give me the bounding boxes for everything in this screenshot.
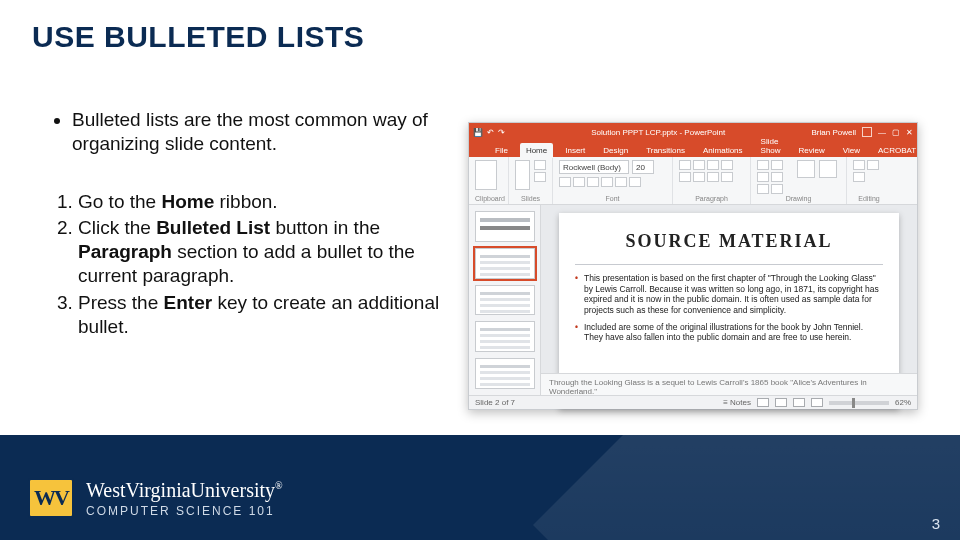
intro-bullet: Bulleted lists are the most common way o… <box>72 108 450 156</box>
normal-view-icon <box>757 398 769 407</box>
ribbon-options-icon <box>862 127 872 137</box>
tab-slideshow: Slide Show <box>755 134 787 158</box>
slide-title: USE BULLETED LISTS <box>32 20 364 54</box>
shape-icon <box>757 160 769 170</box>
tab-design: Design <box>597 143 634 158</box>
reading-view-icon <box>793 398 805 407</box>
work-area: SOURCE MATERIAL This presentation is bas… <box>469 205 917 395</box>
bold-icon <box>559 177 571 187</box>
bold: Bulleted List <box>156 217 270 238</box>
text: This presentation is based on the first … <box>584 273 883 316</box>
font-color-icon <box>629 177 641 187</box>
align-left-icon <box>679 172 691 182</box>
tab-view: View <box>837 143 866 158</box>
shadow-icon <box>601 177 613 187</box>
text: Press the <box>78 292 164 313</box>
align-right-icon <box>707 172 719 182</box>
thumbnail <box>475 358 535 389</box>
status-bar: Slide 2 of 7 ≡ Notes 62% <box>469 395 917 409</box>
thumbnail-selected <box>475 248 535 279</box>
university-name: WestVirginiaUniversity® <box>86 479 283 502</box>
shape-icon <box>771 160 783 170</box>
group-label: Clipboard <box>475 195 502 202</box>
group-drawing: Drawing <box>751 157 847 204</box>
zoom-slider <box>829 401 889 405</box>
columns-icon <box>721 172 733 182</box>
reset-icon <box>534 172 546 182</box>
tab-storyboarding: Storyboarding <box>928 143 960 158</box>
intro-list: Bulleted lists are the most common way o… <box>50 108 450 156</box>
step-1: Go to the Home ribbon. <box>78 190 450 214</box>
strike-icon <box>615 177 627 187</box>
group-label: Editing <box>853 195 885 202</box>
notes-pane: Through the Looking Glass is a sequel to… <box>541 373 917 395</box>
tab-acrobat: ACROBAT <box>872 143 922 158</box>
thumbnail <box>475 321 535 352</box>
select-icon <box>853 172 865 182</box>
text: ribbon. <box>214 191 277 212</box>
italic-icon <box>573 177 585 187</box>
arrange-icon <box>797 160 815 178</box>
shape-icon <box>771 184 783 194</box>
numbering-icon <box>693 160 705 170</box>
bold: Enter <box>164 292 213 313</box>
group-clipboard: Clipboard <box>469 157 509 204</box>
tab-review: Review <box>793 143 831 158</box>
text: Go to the <box>78 191 161 212</box>
sorter-view-icon <box>775 398 787 407</box>
group-label: Font <box>559 195 666 202</box>
group-label: Paragraph <box>679 195 744 202</box>
minimize-icon: — <box>878 128 886 137</box>
wvu-logo-icon: WV <box>28 478 74 518</box>
shape-icon <box>757 184 769 194</box>
slide-canvas: SOURCE MATERIAL This presentation is bas… <box>541 205 917 395</box>
text: button in the <box>270 217 380 238</box>
group-label: Slides <box>515 195 546 202</box>
powerpoint-screenshot: 💾 ↶ ↷ Solution PPPT LCP.pptx - PowerPoin… <box>468 122 918 410</box>
steps-list: Go to the Home ribbon. Click the Bullete… <box>50 190 450 340</box>
preview-bullet: This presentation is based on the first … <box>575 273 883 316</box>
user-name: Brian Powell <box>812 128 856 137</box>
zoom-level: 62% <box>895 398 911 407</box>
undo-icon: ↶ <box>487 128 494 137</box>
bold: Home <box>161 191 214 212</box>
group-font: Rockwell (Body) 20 Font <box>553 157 673 204</box>
footer-sheen <box>533 435 960 540</box>
bold: Paragraph <box>78 241 172 262</box>
tab-transitions: Transitions <box>640 143 691 158</box>
shape-icon <box>757 172 769 182</box>
replace-icon <box>867 160 879 170</box>
font-size-select: 20 <box>632 160 654 174</box>
quick-styles-icon <box>819 160 837 178</box>
step-3: Press the Enter key to create an additio… <box>78 291 450 340</box>
text: WestVirginia <box>86 479 191 501</box>
slide-body: Bulleted lists are the most common way o… <box>50 108 450 341</box>
align-center-icon <box>693 172 705 182</box>
bullets-icon <box>679 160 691 170</box>
step-2: Click the Bulleted List button in the Pa… <box>78 216 450 289</box>
maximize-icon: ▢ <box>892 128 900 137</box>
department-name: COMPUTER SCIENCE 101 <box>86 504 283 518</box>
divider <box>575 264 883 265</box>
group-label: Drawing <box>757 195 840 202</box>
page-number: 3 <box>932 515 940 532</box>
redo-icon: ↷ <box>498 128 505 137</box>
thumbnail <box>475 285 535 316</box>
tab-animations: Animations <box>697 143 749 158</box>
ribbon: Clipboard Slides Rockwell (Body) 20 Font… <box>469 157 917 205</box>
slide-counter: Slide 2 of 7 <box>475 398 515 407</box>
text: Included are some of the original illust… <box>584 322 883 343</box>
ribbon-tabs: File Home Insert Design Transitions Anim… <box>469 141 917 157</box>
close-icon: ✕ <box>906 128 913 137</box>
notes-toggle: ≡ Notes <box>723 398 751 407</box>
group-editing: Editing <box>847 157 891 204</box>
tab-file: File <box>489 143 514 158</box>
save-icon: 💾 <box>473 128 483 137</box>
slide-thumbnails <box>469 205 541 395</box>
group-slides: Slides <box>509 157 553 204</box>
preview-title: SOURCE MATERIAL <box>575 231 883 252</box>
group-paragraph: Paragraph <box>673 157 751 204</box>
thumbnail <box>475 211 535 242</box>
tab-home: Home <box>520 143 553 158</box>
font-name-select: Rockwell (Body) <box>559 160 629 174</box>
